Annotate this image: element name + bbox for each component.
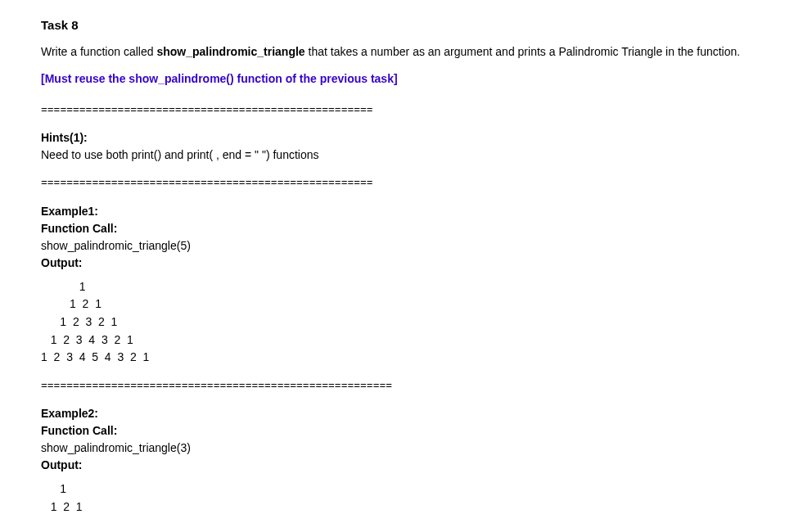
separator-3: ========================================… xyxy=(41,378,812,395)
hints-text: Need to use both print() and print( , en… xyxy=(41,147,812,164)
example1-output-triangle: 1 1 2 1 1 2 3 2 1 1 2 3 4 3 2 1 1 2 3 4 … xyxy=(41,278,812,367)
example2-call-text: show_palindromic_triangle(3) xyxy=(41,440,812,457)
example2-output-label: Output: xyxy=(41,457,812,474)
example2-block: Example2: Function Call: show_palindromi… xyxy=(41,405,812,514)
example1-output-label: Output: xyxy=(41,255,812,272)
example1-label: Example1: xyxy=(41,203,812,220)
task-description: Write a function called show_palindromic… xyxy=(41,43,812,61)
example2-call-label: Function Call: xyxy=(41,422,812,440)
hints-block: Hints(1): Need to use both print() and p… xyxy=(41,129,812,164)
reuse-note: [Must reuse the show_palindrome() functi… xyxy=(41,70,812,88)
separator-2: ========================================… xyxy=(41,175,812,192)
example2-output-triangle: 1 1 2 1 1 2 3 2 1 xyxy=(41,480,812,514)
function-name: show_palindromic_triangle xyxy=(156,45,304,58)
description-pre: Write a function called xyxy=(41,45,156,58)
example1-call-text: show_palindromic_triangle(5) xyxy=(41,237,812,255)
separator-1: ========================================… xyxy=(41,102,812,119)
task-title: Task 8 xyxy=(41,16,812,35)
description-post: that takes a number as an argument and p… xyxy=(305,45,741,58)
example1-call-label: Function Call: xyxy=(41,220,812,237)
example1-block: Example1: Function Call: show_palindromi… xyxy=(41,203,812,367)
hints-label: Hints(1): xyxy=(41,129,812,147)
example2-label: Example2: xyxy=(41,405,812,422)
